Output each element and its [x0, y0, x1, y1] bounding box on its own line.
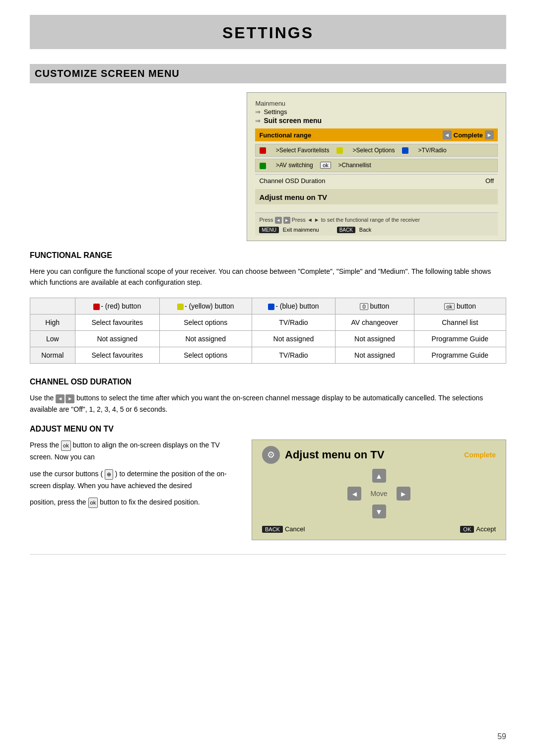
ok-inline-1: ok: [61, 441, 71, 451]
functional-range-title: FUNCTIONAL RANGE: [30, 251, 506, 260]
adjust-up-arrow[interactable]: ▲: [372, 469, 386, 483]
buttons-line2-text2: >Channellist: [336, 162, 371, 169]
adjust-middle-row: ◄ Move ►: [347, 487, 410, 501]
menu-item-suit: ⇒ Suit screen menu: [255, 117, 498, 125]
adjust-layout: Press the ok button to align the on-scre…: [30, 440, 506, 540]
channel-osd-label: Channel OSD Duration: [259, 177, 325, 185]
cell-low-blue: Not assigned: [252, 331, 335, 347]
cell-high-blue: TV/Radio: [252, 315, 335, 331]
section-header-customize: CUSTOMIZE SCREEN MENU: [30, 64, 506, 83]
menu-item-settings: ⇒ Settings: [255, 108, 498, 116]
menu-suit-label: Suit screen menu: [264, 117, 322, 125]
buttons-line2-text: >AV switching: [276, 162, 315, 169]
adjust-controls: ▲ ◄ Move ► ▼: [262, 469, 496, 518]
adjust-text-p1: Press the ok button to align the on-scre…: [30, 440, 237, 463]
cell-normal-ok: Programme Guide: [414, 347, 506, 364]
channel-osd-desc-text: buttons to select the time after which y…: [30, 394, 483, 413]
left-empty-area: [30, 92, 232, 241]
back-pill[interactable]: BACK: [262, 526, 283, 533]
blue-btn-th: [268, 304, 274, 310]
functional-row: Functional range ◄ Complete ►: [255, 128, 498, 141]
cursor-icon: ⊕: [105, 469, 113, 480]
cell-normal-red: Select favourites: [75, 347, 159, 364]
buttons-line1-text2: >Select Options: [352, 147, 396, 154]
cell-low-red: Not assigned: [75, 331, 159, 347]
arrow-icon-2: ⇒: [255, 117, 261, 125]
adjust-text: Press the ok button to align the on-scre…: [30, 440, 237, 508]
ok-box-inline: ok: [320, 162, 331, 169]
ok-pill[interactable]: OK: [460, 526, 474, 533]
channel-osd-row: Channel OSD Duration Off: [255, 174, 498, 187]
adjust-left-arrow[interactable]: ◄: [347, 487, 361, 501]
gear-icon: ⚙: [262, 446, 280, 464]
menu-btn[interactable]: MENU: [259, 227, 278, 233]
accept-label: Accept: [476, 525, 496, 533]
nav-arrows: ◄ Complete ►: [443, 130, 494, 139]
channel-osd-value: Off: [485, 177, 494, 185]
adjust-down-arrow[interactable]: ▼: [372, 504, 386, 518]
channel-osd-right-arrow[interactable]: ►: [66, 394, 74, 403]
table-row: High Select favourites Select options TV…: [30, 315, 506, 331]
menu-title: Mainmenu: [255, 100, 498, 107]
screen-image-box: Mainmenu ⇒ Settings ⇒ Suit screen menu F…: [247, 92, 506, 241]
back-btn[interactable]: BACK: [337, 227, 355, 233]
blue-btn-icon: [402, 147, 412, 154]
buttons-row-2: >AV switching ok >Channellist: [255, 159, 498, 172]
cell-low-yellow: Not assigned: [159, 331, 252, 347]
page-container: SETTINGS CUSTOMIZE SCREEN MENU Mainmenu …: [0, 0, 536, 756]
ok-inline-2: ok: [88, 498, 98, 508]
th-yellow: - (yellow) button: [159, 298, 252, 315]
adjust-down-arrow-row: ▼: [372, 504, 386, 518]
help-right-arrow: ►: [283, 217, 290, 224]
screen-image-area: Mainmenu ⇒ Settings ⇒ Suit screen menu F…: [247, 92, 506, 241]
left-nav-arrow[interactable]: ◄: [443, 130, 452, 139]
channel-osd-left-arrow[interactable]: ◄: [56, 394, 65, 403]
th-empty: [30, 298, 75, 315]
menu-settings-label: Settings: [264, 108, 287, 116]
settings-header: SETTINGS: [30, 15, 506, 49]
page-title: SETTINGS: [30, 24, 506, 42]
adjust-accept-area: OK Accept: [460, 525, 496, 533]
bottom-help: Press ◄ ► Press ◄ ► to set the functiona…: [255, 212, 498, 236]
channel-osd-arrows: ◄ ►: [56, 394, 74, 403]
cell-normal-zero: Not assigned: [335, 347, 414, 364]
screen-menu-layout: Mainmenu ⇒ Settings ⇒ Suit screen menu F…: [30, 92, 506, 241]
adjust-screen-box: ⚙ Adjust menu on TV Complete ▲ ◄ Move ►: [252, 440, 506, 540]
cell-high-red: Select favourites: [75, 315, 159, 331]
red-btn-th: [93, 304, 100, 310]
th-red: - (red) button: [75, 298, 159, 315]
channel-osd-title: CHANNEL OSD DURATION: [30, 378, 506, 386]
right-nav-arrow[interactable]: ►: [485, 130, 494, 139]
table-row: Normal Select favourites Select options …: [30, 347, 506, 364]
zero-box-th: 0: [360, 303, 368, 310]
adjust-move-label: Move: [370, 490, 387, 498]
complete-label: Complete: [464, 451, 496, 459]
cell-normal-blue: TV/Radio: [252, 347, 335, 364]
th-zero: 0 button: [335, 298, 414, 315]
adjust-cancel-area: BACK Cancel: [262, 525, 305, 533]
adjust-up-arrow-row: ▲: [372, 469, 386, 483]
buttons-line1-text: >Select Favoritelists: [276, 147, 331, 154]
channel-osd-description: Use the ◄ ► buttons to select the time a…: [30, 392, 506, 415]
adjust-screen-title: Adjust menu on TV: [285, 448, 384, 461]
help-text: Press ◄ ► Press ◄ ► to set the functiona…: [259, 217, 494, 224]
adjust-label: Adjust menu on TV: [259, 193, 327, 201]
table-header-row: - (red) button - (yellow) button - (blue…: [30, 298, 506, 315]
adjust-menu-title: ADJUST MENU ON TV: [30, 425, 506, 434]
cell-low-ok: Programme Guide: [414, 331, 506, 347]
adjust-screen: ⚙ Adjust menu on TV Complete ▲ ◄ Move ►: [252, 440, 506, 540]
adjust-screen-title-area: ⚙ Adjust menu on TV: [262, 446, 384, 464]
functional-range-section: FUNCTIONAL RANGE Here you can configure …: [30, 251, 506, 364]
cell-high-ok: Channel list: [414, 315, 506, 331]
row-label-high: High: [30, 315, 75, 331]
cell-high-yellow: Select options: [159, 315, 252, 331]
th-blue: - (blue) button: [252, 298, 335, 315]
red-btn-icon: [260, 147, 270, 154]
section-title-customize: CUSTOMIZE SCREEN MENU: [35, 68, 501, 79]
row-label-normal: Normal: [30, 347, 75, 364]
buttons-line1-text3: >TV/Radio: [418, 147, 447, 154]
help-text-content: Press ◄ ► to set the functional range of…: [292, 217, 420, 223]
functional-range-value: Complete: [454, 131, 483, 139]
adjust-right-arrow[interactable]: ►: [397, 487, 410, 501]
functional-range-description: Here you can configure the functional sc…: [30, 266, 506, 288]
